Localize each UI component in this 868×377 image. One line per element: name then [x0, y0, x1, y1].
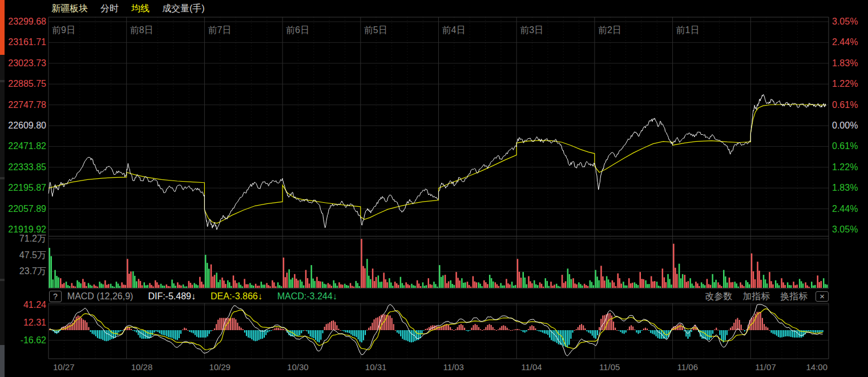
macd-histogram	[49, 312, 823, 347]
chart-header: 新疆板块 分时 均线 成交量(手)	[51, 0, 205, 17]
macd-add-indicator-button[interactable]: 加指标	[742, 291, 770, 303]
macd-edit-params-button[interactable]: 改参数	[705, 291, 732, 303]
average-price-line	[49, 105, 826, 223]
macd-toolbar: ? MACD (12,26,9) DIF:-5.489↓ DEA:-3.866↓…	[49, 290, 829, 303]
tab-intraday[interactable]: 分时	[100, 3, 119, 15]
tab-sector-name[interactable]: 新疆板块	[51, 3, 88, 15]
macd-dif-line	[50, 304, 823, 356]
macd-switch-indicator-button[interactable]: 换指标	[780, 291, 808, 303]
price-line	[49, 95, 826, 230]
macd-title: MACD (12,26,9)	[67, 291, 134, 302]
tab-ma-line[interactable]: 均线	[131, 3, 150, 15]
macd-macd-value: MACD:-3.244↓	[277, 291, 337, 302]
macd-dea-value: DEA:-3.866↓	[211, 291, 263, 302]
stock-app-window: 新疆板块 分时 均线 成交量(手) ? MACD (12,26,9) DIF:-…	[0, 0, 868, 377]
macd-dif-value: DIF:-5.489↓	[148, 291, 196, 302]
tab-volume[interactable]: 成交量(手)	[162, 3, 205, 15]
chart-canvas[interactable]	[0, 0, 868, 377]
macd-help-button[interactable]: ?	[49, 291, 62, 302]
macd-close-button[interactable]: ×	[815, 291, 829, 302]
